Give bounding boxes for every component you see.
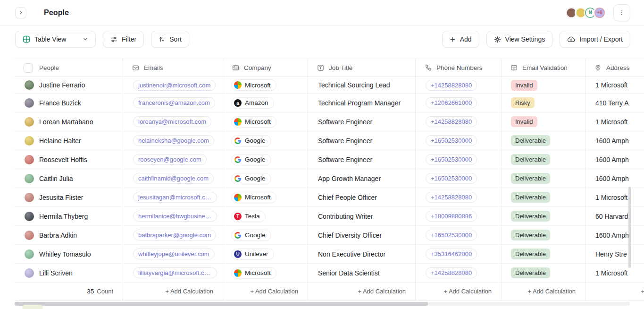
email-cell[interactable]: justinenoir@microsoft.com xyxy=(123,77,223,93)
phone-cell[interactable]: +14258828080 xyxy=(416,188,502,206)
email-validation-cell[interactable]: Deliverable xyxy=(502,131,585,150)
person-cell[interactable]: Roosevelt Hoffis xyxy=(15,150,123,169)
count-cell[interactable]: 35 Count xyxy=(15,283,123,300)
email-chip[interactable]: loreanya@microsoft.com xyxy=(133,116,211,127)
company-cell[interactable]: Microsoft xyxy=(223,264,308,282)
job-title-cell[interactable]: Chief People Officer xyxy=(308,188,416,206)
email-validation-cell[interactable]: Deliverable xyxy=(502,188,585,206)
phone-chip[interactable]: +14258828080 xyxy=(426,116,477,127)
chat-launcher-partial[interactable] xyxy=(22,305,43,309)
phone-cell[interactable]: +12062661000 xyxy=(416,94,502,112)
phone-cell[interactable]: +35316462000 xyxy=(416,245,502,263)
phone-cell[interactable]: +14258828080 xyxy=(416,112,502,131)
person-cell[interactable]: Lorean Martabano xyxy=(15,112,123,131)
job-title-cell[interactable]: Software Engineer xyxy=(308,112,416,131)
address-cell[interactable]: 410 Terry A xyxy=(585,94,644,112)
phone-cell[interactable]: +18009880886 xyxy=(416,207,502,225)
address-cell[interactable]: 1 Microsoft xyxy=(585,188,644,206)
column-header-phone-numbers[interactable]: Phone Numbers xyxy=(416,59,502,77)
job-title-cell[interactable]: Technical Program Manager xyxy=(308,94,416,112)
email-validation-cell[interactable]: Deliverable xyxy=(502,245,585,263)
job-title-cell[interactable]: Chief Diversity Officer xyxy=(308,226,416,244)
person-cell[interactable]: Jesusita Flister xyxy=(15,188,123,206)
company-chip[interactable]: Google xyxy=(231,173,271,184)
job-title-cell[interactable]: Software Engineer xyxy=(308,131,416,150)
company-chip[interactable]: a Amazon xyxy=(231,97,274,109)
horizontal-scrollbar-thumb[interactable] xyxy=(15,302,428,306)
email-cell[interactable]: lilliayvargia@microsoft.com xyxy=(123,264,223,282)
email-cell[interactable]: batbraparker@google.com xyxy=(123,226,223,244)
email-validation-cell[interactable]: Deliverable xyxy=(502,150,585,169)
phone-cell[interactable]: +16502530000 xyxy=(416,131,502,150)
email-chip[interactable]: rooseyen@google.com xyxy=(133,154,207,165)
address-cell[interactable]: 1600 Amph xyxy=(585,226,644,244)
email-cell[interactable]: helaineksha@google.com xyxy=(123,131,223,150)
add-button[interactable]: Add xyxy=(442,31,479,48)
phone-chip[interactable]: +14258828080 xyxy=(426,192,477,203)
add-calculation-address[interactable]: + Add Calculation xyxy=(585,283,644,300)
column-header-emails[interactable]: Emails xyxy=(123,59,223,77)
company-chip[interactable]: Microsoft xyxy=(231,79,276,91)
email-validation-cell[interactable]: Deliverable xyxy=(502,264,585,282)
vertical-scrollbar-thumb[interactable] xyxy=(628,187,631,268)
view-settings-button[interactable]: View Settings xyxy=(486,31,553,48)
phone-cell[interactable]: +14258828080 xyxy=(416,77,502,93)
phone-chip[interactable]: +16502530000 xyxy=(426,154,477,165)
person-cell[interactable]: France Buzick xyxy=(15,94,123,112)
column-header-people[interactable]: People xyxy=(15,59,123,77)
job-title-cell[interactable]: Technical Sourcing Lead xyxy=(308,77,416,93)
person-cell[interactable]: Barbra Adkin xyxy=(15,226,123,244)
email-validation-cell[interactable]: Deliverable xyxy=(502,169,585,188)
phone-cell[interactable]: +14258828080 xyxy=(416,264,502,282)
column-header-company[interactable]: Company xyxy=(223,59,308,77)
column-header-email-validation[interactable]: Email Validation xyxy=(502,59,585,77)
company-cell[interactable]: Microsoft xyxy=(223,112,308,131)
company-cell[interactable]: Microsoft xyxy=(223,188,308,206)
select-all-checkbox[interactable] xyxy=(24,63,33,73)
email-cell[interactable]: jesusitagan@microsoft.com xyxy=(123,188,223,206)
avatar-stack[interactable]: N+8 xyxy=(565,7,606,19)
company-chip[interactable]: U Unilever xyxy=(231,249,274,260)
column-header-address[interactable]: Address xyxy=(585,59,644,77)
email-chip[interactable]: justinenoir@microsoft.com xyxy=(133,80,216,91)
address-cell[interactable]: Henry Stre xyxy=(585,245,644,263)
email-chip[interactable]: jesusitagan@microsoft.com xyxy=(133,192,217,203)
phone-chip[interactable]: +12062661000 xyxy=(426,97,477,108)
add-calculation-job-title[interactable]: + Add Calculation xyxy=(308,283,416,300)
table-view-selector[interactable]: Table View xyxy=(15,31,96,48)
email-cell[interactable]: rooseyen@google.com xyxy=(123,150,223,169)
add-calculation-phone[interactable]: + Add Calculation xyxy=(416,283,502,300)
job-title-cell[interactable]: Contributing Writer xyxy=(308,207,416,225)
person-cell[interactable]: Justine Ferrario xyxy=(15,77,123,93)
phone-chip[interactable]: +16502530000 xyxy=(426,173,477,184)
company-cell[interactable]: a Amazon xyxy=(223,94,308,112)
job-title-cell[interactable]: Senior Data Scientist xyxy=(308,264,416,282)
email-chip[interactable]: batbraparker@google.com xyxy=(133,230,216,240)
email-chip[interactable]: lilliayvargia@microsoft.com xyxy=(133,267,217,278)
company-cell[interactable]: Google xyxy=(223,150,308,169)
address-cell[interactable]: 1600 Amph xyxy=(585,150,644,169)
sidebar-expand-button[interactable] xyxy=(15,7,26,18)
company-chip[interactable]: T Tesla xyxy=(231,211,266,222)
email-cell[interactable]: loreanya@microsoft.com xyxy=(123,112,223,131)
sort-button[interactable]: Sort xyxy=(151,31,189,48)
email-cell[interactable]: caithlinamid@google.com xyxy=(123,169,223,188)
job-title-cell[interactable]: Software Engineer xyxy=(308,150,416,169)
company-chip[interactable]: Google xyxy=(231,135,271,146)
person-cell[interactable]: Caitlin Julia xyxy=(15,169,123,188)
address-cell[interactable]: 1600 Amph xyxy=(585,169,644,188)
company-cell[interactable]: Google xyxy=(223,169,308,188)
person-cell[interactable]: Helaine Halter xyxy=(15,131,123,150)
job-title-cell[interactable]: Non Executive Director xyxy=(308,245,416,263)
company-cell[interactable]: U Unilever xyxy=(223,245,308,263)
company-cell[interactable]: Microsoft xyxy=(223,77,308,93)
phone-cell[interactable]: +16502530000 xyxy=(416,169,502,188)
company-chip[interactable]: Microsoft xyxy=(231,116,276,128)
more-options-button[interactable] xyxy=(613,4,630,21)
email-cell[interactable]: franceronis@amazon.com xyxy=(123,94,223,112)
email-validation-cell[interactable]: Risky xyxy=(502,94,585,112)
company-cell[interactable]: Google xyxy=(223,226,308,244)
email-chip[interactable]: hermilanice@bwgbusiness... xyxy=(133,211,217,222)
email-cell[interactable]: hermilanice@bwgbusiness... xyxy=(123,207,223,225)
address-cell[interactable]: 1600 Amph xyxy=(585,131,644,150)
